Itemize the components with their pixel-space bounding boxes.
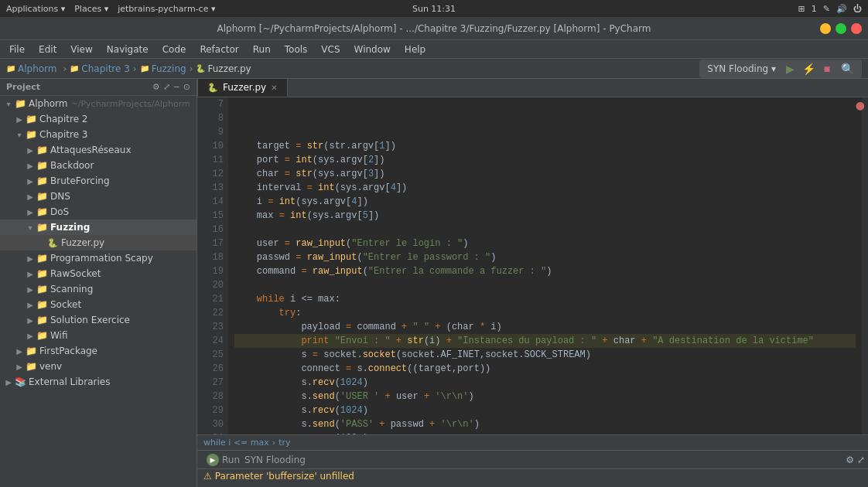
menu-view[interactable]: View [64, 43, 98, 56]
workspace-icon[interactable]: ⊞ [798, 4, 805, 14]
tree-item-venv[interactable]: ▶ 📁 venv [0, 359, 196, 374]
tab-close-fuzzerpy[interactable]: ✕ [271, 83, 277, 92]
attaques-icon: 📁 [36, 144, 48, 156]
tree-item-backdoor[interactable]: ▶ 📁 Backdoor [0, 158, 196, 173]
tree-arrow-scanning: ▶ [25, 285, 36, 294]
tree-item-bruteforcing[interactable]: ▶ 📁 BruteForcing [0, 173, 196, 189]
tree-item-solution[interactable]: ▶ 📁 Solution Exercice [0, 312, 196, 328]
code-line-10: target = str(str.argv[1]) [234, 139, 856, 153]
line-num-9: 9 [202, 125, 224, 139]
tree-item-fuzzing[interactable]: ▾ 📁 Fuzzing [0, 220, 196, 235]
run-button[interactable]: ▶ [782, 61, 798, 77]
run-tab-config-name: SYN Flooding [244, 455, 306, 465]
tree-item-extlibs[interactable]: ▶ 📚 External Libraries [0, 374, 196, 390]
places-menu[interactable]: Places ▾ [74, 4, 108, 14]
power-icon[interactable]: ⏻ [853, 4, 862, 14]
search-button[interactable]: 🔍 [841, 63, 854, 75]
menu-navigate[interactable]: Navigate [101, 43, 155, 56]
line-num-24: ►24 [202, 334, 224, 348]
tree-item-attaques[interactable]: ▶ 📁 AttaquesRéseaux [0, 142, 196, 158]
code-line-26: connect = s.connect((target,port)) [234, 362, 856, 376]
tree-arrow-dns: ▶ [25, 192, 36, 201]
code-line-15: max = int(sys.argv[5]) [234, 209, 856, 223]
breadcrumb-fuzzing[interactable]: Fuzzing [152, 63, 186, 74]
system-bar-right: ⊞ 1 ✎ 🔊 ⏻ [798, 4, 862, 14]
tree-item-socket[interactable]: ▶ 📁 Socket [0, 297, 196, 312]
tree-label-rawsocket: RawSocket [50, 268, 101, 279]
tree-arrow-firstpackage: ▶ [14, 347, 25, 356]
volume-icon[interactable]: 🔊 [836, 4, 847, 14]
run-configuration[interactable]: SYN Flooding ▾ ▶ ⚡ ■ 🔍 [699, 60, 862, 78]
sidebar-gear-icon[interactable]: ⊙ [183, 82, 190, 92]
breadcrumb-try: try [279, 438, 290, 448]
tree-item-scanning[interactable]: ▶ 📁 Scanning [0, 281, 196, 297]
tree-item-programmation[interactable]: ▶ 📁 Programmation Scapy [0, 250, 196, 266]
menu-help[interactable]: Help [398, 43, 432, 56]
tree-item-firstpackage[interactable]: ▶ 📁 FirstPackage [0, 343, 196, 359]
menu-refactor[interactable]: Refactor [193, 43, 244, 56]
tree-label-chapitre3: Chapitre 3 [39, 129, 88, 140]
run-tab-label: Run [222, 455, 240, 465]
tab-fuzzerpy[interactable]: 🐍 Fuzzer.py ✕ [197, 78, 288, 97]
tree-label-wifi: Wifi [50, 330, 68, 341]
code-line-17: user = raw_input("Entrer le login : ") [234, 237, 856, 250]
menu-file[interactable]: File [3, 43, 31, 56]
menu-tools[interactable]: Tools [279, 43, 314, 56]
code-lines[interactable]: target = str(str.argv[1]) port = int(sys… [228, 97, 862, 434]
run-expand-icon[interactable]: ⤢ [857, 455, 865, 465]
maximize-button[interactable] [836, 23, 846, 34]
sidebar-close-icon[interactable]: − [173, 82, 180, 92]
system-bar: Applications ▾ Places ▾ jetbrains-pychar… [0, 0, 868, 17]
wifi-icon: 📁 [36, 329, 48, 342]
minimize-button[interactable] [820, 23, 831, 34]
line-num-13: 13 [202, 181, 224, 195]
run-tab-icon: ▶ [207, 454, 219, 466]
tree-label-firstpackage: FirstPackage [39, 346, 97, 356]
code-line-19: command = raw_input("Entrer la commande … [234, 264, 856, 278]
tree-item-chapitre3[interactable]: ▾ 📁 Chapitre 3 [0, 127, 196, 142]
menu-vcs[interactable]: VCS [315, 43, 346, 56]
menu-window[interactable]: Window [348, 43, 397, 56]
breadcrumb-alphorm[interactable]: Alphorm [18, 63, 57, 74]
breadcrumb-fuzzerpy[interactable]: Fuzzer.py [207, 63, 251, 74]
backdoor-icon: 📁 [36, 159, 48, 172]
extlibs-icon: 📚 [14, 376, 26, 388]
sidebar-settings-icon[interactable]: ⚙ [152, 82, 160, 92]
menu-edit[interactable]: Edit [32, 43, 63, 56]
tree-arrow-chapitre2: ▶ [14, 115, 25, 124]
title-bar: Alphorm [~/PycharmProjects/Alphorm] - ..… [0, 17, 868, 40]
app-menu[interactable]: jetbrains-pycharm-ce ▾ [118, 4, 215, 14]
rawsocket-icon: 📁 [36, 267, 48, 280]
code-line-9 [234, 125, 856, 139]
editor-breadcrumb: while i <= max › try [197, 434, 868, 450]
bottom-panel: ▶ Run SYN Flooding ⚙ ⤢ ⚠ Parameter 'buff… [197, 450, 868, 487]
code-editor[interactable]: ● 7 8 9 10 11 12 13 14 15 16 17 18 19 20… [197, 97, 868, 434]
tree-label-dos: DoS [50, 206, 69, 217]
tree-item-fuzzerpy[interactable]: 🐍 Fuzzer.py [0, 235, 196, 250]
system-clock: Sun 11:31 [412, 4, 456, 14]
tree-item-chapitre2[interactable]: ▶ 📁 Chapitre 2 [0, 111, 196, 127]
sidebar-expand-icon[interactable]: ⤢ [163, 82, 170, 92]
tree-label-alphorm: Alphorm [29, 98, 68, 109]
run-tab-synflooding[interactable]: ▶ Run SYN Flooding [200, 452, 312, 468]
venv-icon: 📁 [25, 360, 37, 373]
run-settings-icon[interactable]: ⚙ [846, 455, 854, 465]
stop-button[interactable]: ■ [819, 61, 835, 77]
menu-bar: File Edit View Navigate Code Refactor Ru… [0, 40, 868, 59]
edit-icon[interactable]: ✎ [823, 4, 830, 14]
tree-item-alphorm[interactable]: ▾ 📁 Alphorm ~/PycharmProjects/Alphorm [0, 96, 196, 111]
line-num-18: 18 [202, 250, 224, 264]
code-line-18: passwd = raw_input("Entrer le password :… [234, 250, 856, 264]
menu-run[interactable]: Run [247, 43, 277, 56]
editor-scrollbar[interactable] [862, 97, 868, 434]
tree-item-rawsocket[interactable]: ▶ 📁 RawSocket [0, 266, 196, 281]
breadcrumb-chapitre3[interactable]: Chapitre 3 [81, 63, 130, 74]
menu-code[interactable]: Code [156, 43, 193, 56]
close-button[interactable] [851, 23, 862, 34]
tree-item-wifi[interactable]: ▶ 📁 Wifi [0, 328, 196, 343]
tree-item-dos[interactable]: ▶ 📁 DoS [0, 204, 196, 220]
tree-item-dns[interactable]: ▶ 📁 DNS [0, 189, 196, 204]
breadcrumb-while: while i <= max [203, 438, 269, 448]
debug-button[interactable]: ⚡ [801, 61, 816, 77]
applications-menu[interactable]: Applications ▾ [6, 4, 65, 14]
